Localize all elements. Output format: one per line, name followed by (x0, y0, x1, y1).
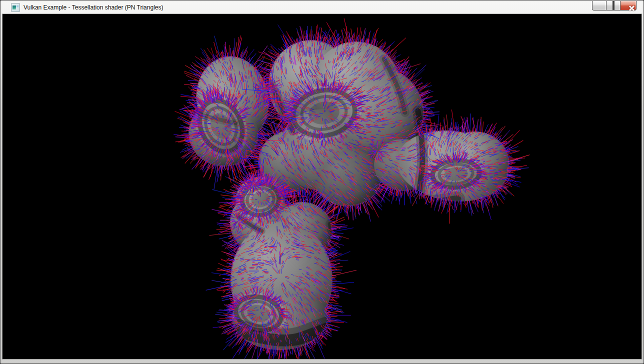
maximize-button[interactable] (606, 1, 620, 10)
minimize-button[interactable] (592, 1, 606, 10)
render-viewport[interactable] (2, 14, 642, 359)
app-window: Vulkan Example - Tessellation shader (PN… (0, 0, 644, 364)
titlebar[interactable]: Vulkan Example - Tessellation shader (PN… (0, 0, 644, 14)
content-area (2, 14, 642, 359)
window-title: Vulkan Example - Tessellation shader (PN… (24, 4, 163, 11)
close-button[interactable] (620, 1, 636, 10)
app-icon[interactable] (11, 3, 20, 12)
window-controls (592, 1, 636, 10)
maximize-icon (612, 1, 614, 10)
